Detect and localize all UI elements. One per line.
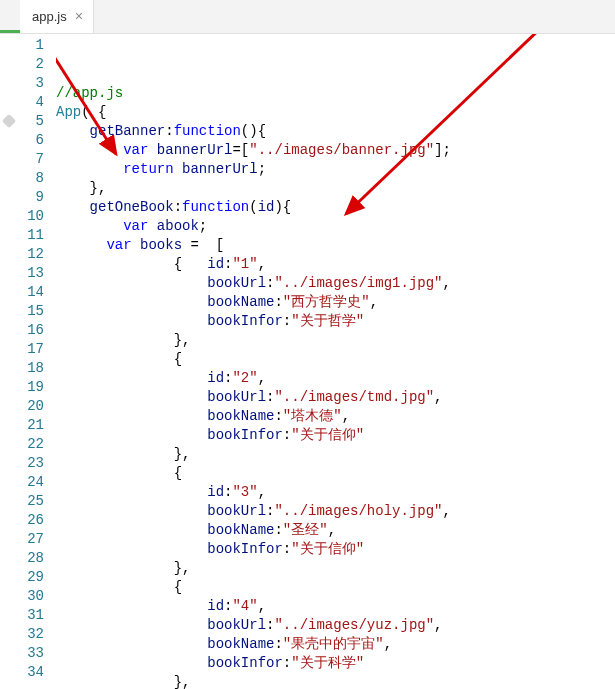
line-number: 7 bbox=[20, 150, 44, 169]
line-number: 23 bbox=[20, 454, 44, 473]
code-line[interactable]: }, bbox=[56, 445, 615, 464]
code-line[interactable]: }, bbox=[56, 673, 615, 689]
token-plain bbox=[56, 142, 123, 158]
code-line[interactable]: var bannerUrl=["../images/banner.jpg"]; bbox=[56, 141, 615, 160]
tab-left-accent bbox=[0, 0, 20, 33]
code-line[interactable]: }, bbox=[56, 559, 615, 578]
token-punct: : bbox=[174, 199, 182, 215]
code-line[interactable]: id:"4", bbox=[56, 597, 615, 616]
line-number: 33 bbox=[20, 644, 44, 663]
code-line[interactable]: bookName:"西方哲学史", bbox=[56, 293, 615, 312]
token-plain bbox=[56, 617, 207, 633]
line-number: 16 bbox=[20, 321, 44, 340]
token-punct: ; bbox=[258, 161, 266, 177]
token-plain bbox=[199, 237, 216, 253]
code-line[interactable]: { bbox=[56, 350, 615, 369]
token-plain bbox=[56, 427, 207, 443]
token-punct: ( bbox=[249, 199, 257, 215]
code-line[interactable]: { bbox=[56, 464, 615, 483]
token-plain bbox=[56, 218, 123, 234]
token-plain bbox=[56, 332, 174, 348]
token-string: "../images/banner.jpg" bbox=[249, 142, 434, 158]
code-line[interactable]: bookInfor:"关于信仰" bbox=[56, 540, 615, 559]
line-number: 31 bbox=[20, 606, 44, 625]
token-punct: , bbox=[258, 598, 266, 614]
token-plain bbox=[148, 218, 156, 234]
code-line[interactable]: bookName:"圣经", bbox=[56, 521, 615, 540]
code-line[interactable]: bookUrl:"../images/holy.jpg", bbox=[56, 502, 615, 521]
line-number: 14 bbox=[20, 283, 44, 302]
line-number: 17 bbox=[20, 340, 44, 359]
token-punct: , bbox=[342, 408, 350, 424]
line-number: 8 bbox=[20, 169, 44, 188]
token-plain bbox=[56, 446, 174, 462]
token-punct: , bbox=[442, 275, 450, 291]
token-ident: books bbox=[140, 237, 182, 253]
token-keyword: var bbox=[123, 218, 148, 234]
token-plain bbox=[56, 522, 207, 538]
code-line[interactable]: var abook; bbox=[56, 217, 615, 236]
code-line[interactable]: bookName:"果壳中的宇宙", bbox=[56, 635, 615, 654]
token-punct: : bbox=[283, 427, 291, 443]
token-ident: id bbox=[258, 199, 275, 215]
token-keyword: var bbox=[123, 142, 148, 158]
line-number: 4 bbox=[20, 93, 44, 112]
code-line[interactable]: id:"2", bbox=[56, 369, 615, 388]
token-punct: ( bbox=[81, 104, 89, 120]
token-func: App bbox=[56, 104, 81, 120]
close-icon[interactable]: × bbox=[75, 10, 83, 24]
code-line[interactable]: { id:"1", bbox=[56, 255, 615, 274]
token-plain bbox=[148, 142, 156, 158]
token-punct: { bbox=[174, 579, 182, 595]
token-ident: abook bbox=[157, 218, 199, 234]
code-line[interactable]: bookName:"塔木德", bbox=[56, 407, 615, 426]
token-punct: : bbox=[283, 655, 291, 671]
code-line[interactable]: bookInfor:"关于信仰" bbox=[56, 426, 615, 445]
code-line[interactable]: return bannerUrl; bbox=[56, 160, 615, 179]
code-line[interactable]: var books = [ bbox=[56, 236, 615, 255]
code-line[interactable]: bookInfor:"关于哲学" bbox=[56, 312, 615, 331]
token-plain bbox=[56, 465, 174, 481]
token-string: "../images/img1.jpg" bbox=[274, 275, 442, 291]
token-punct: ]; bbox=[434, 142, 451, 158]
token-punct: ; bbox=[199, 218, 207, 234]
code-line[interactable]: bookInfor:"关于科学" bbox=[56, 654, 615, 673]
code-line[interactable]: id:"3", bbox=[56, 483, 615, 502]
token-keyword: function bbox=[174, 123, 241, 139]
token-string: "塔木德" bbox=[283, 408, 342, 424]
code-line[interactable]: bookUrl:"../images/yuz.jpg", bbox=[56, 616, 615, 635]
code-line[interactable]: }, bbox=[56, 179, 615, 198]
code-line[interactable]: bookUrl:"../images/tmd.jpg", bbox=[56, 388, 615, 407]
line-number: 6 bbox=[20, 131, 44, 150]
token-key: bookUrl bbox=[207, 503, 266, 519]
token-punct: { bbox=[98, 104, 106, 120]
code-line[interactable]: getOneBook:function(id){ bbox=[56, 198, 615, 217]
token-punct: { bbox=[174, 256, 182, 272]
breakpoint-gutter[interactable] bbox=[0, 34, 20, 689]
token-punct: : bbox=[274, 636, 282, 652]
code-line[interactable]: { bbox=[56, 578, 615, 597]
line-number: 32 bbox=[20, 625, 44, 644]
token-punct: , bbox=[384, 636, 392, 652]
token-string: "3" bbox=[232, 484, 257, 500]
code-line[interactable]: //app.js bbox=[56, 84, 615, 103]
token-plain bbox=[56, 579, 174, 595]
line-number: 12 bbox=[20, 245, 44, 264]
code-line[interactable]: getBanner:function(){ bbox=[56, 122, 615, 141]
code-line[interactable]: bookUrl:"../images/img1.jpg", bbox=[56, 274, 615, 293]
token-key: getBanner bbox=[90, 123, 166, 139]
token-punct: , bbox=[434, 389, 442, 405]
token-ident: bannerUrl bbox=[157, 142, 233, 158]
token-punct: =[ bbox=[232, 142, 249, 158]
code-line[interactable]: App( { bbox=[56, 103, 615, 122]
token-punct: }, bbox=[90, 180, 107, 196]
token-punct: { bbox=[174, 465, 182, 481]
code-line[interactable]: }, bbox=[56, 331, 615, 350]
token-plain bbox=[90, 104, 98, 120]
active-tab[interactable]: app.js × bbox=[20, 0, 94, 33]
code-area[interactable]: //app.jsApp( { getBanner:function(){ var… bbox=[56, 34, 615, 689]
token-string: "关于哲学" bbox=[291, 313, 364, 329]
token-ident: bannerUrl bbox=[182, 161, 258, 177]
breakpoint-icon[interactable] bbox=[2, 114, 16, 128]
token-plain bbox=[56, 256, 174, 272]
